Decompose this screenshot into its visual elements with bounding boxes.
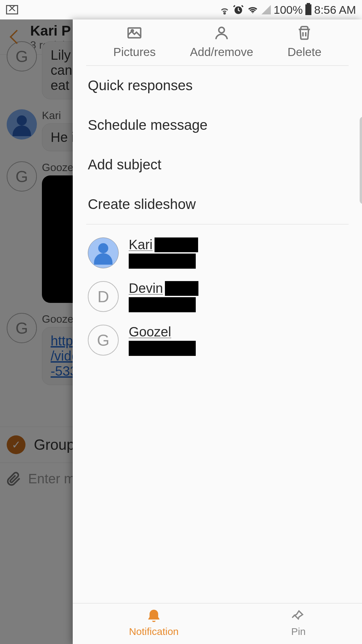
pin-label: Pin: [291, 626, 306, 637]
panel-top-actions: Pictures Add/remove Delete: [86, 19, 349, 66]
battery-icon: [305, 4, 311, 15]
scroll-indicator[interactable]: [360, 117, 362, 204]
signal-icon: [261, 5, 271, 14]
person-icon: [213, 24, 230, 41]
bell-icon: [146, 608, 161, 623]
delete-action[interactable]: Delete: [288, 24, 321, 59]
notification-action[interactable]: Notification: [129, 608, 179, 637]
delete-label: Delete: [288, 45, 321, 59]
wifi-icon: [247, 4, 259, 15]
redacted-block: [155, 237, 198, 252]
menu-create-slideshow[interactable]: Create slideshow: [86, 184, 349, 224]
pictures-label: Pictures: [113, 45, 156, 59]
alarm-icon: [233, 4, 244, 15]
pin-icon: [291, 608, 306, 623]
status-bar: 100% 8:56 AM: [0, 0, 362, 19]
menu-panel: Pictures Add/remove Delete Quick respons…: [73, 19, 362, 644]
notification-label: Notification: [129, 626, 179, 637]
gmail-icon: [6, 5, 18, 14]
add-remove-action[interactable]: Add/remove: [190, 24, 253, 59]
menu-add-subject[interactable]: Add subject: [86, 145, 349, 184]
trash-icon: [296, 24, 313, 41]
contact-list: Kari D Devin G Go: [73, 224, 362, 369]
contact-item-kari[interactable]: Kari: [86, 231, 349, 275]
redacted-block: [165, 281, 198, 296]
contact-item-goozel[interactable]: G Goozel: [86, 318, 349, 362]
redacted-block: [129, 297, 196, 312]
contact-info: Devin: [129, 281, 198, 312]
contact-item-devin[interactable]: D Devin: [86, 275, 349, 318]
add-remove-label: Add/remove: [190, 45, 253, 59]
wifi-calling-icon: [219, 4, 230, 15]
menu-quick-responses[interactable]: Quick responses: [86, 66, 349, 105]
status-left: [6, 5, 18, 14]
avatar-letter: D: [88, 281, 119, 312]
panel-bottom-actions: Notification Pin: [73, 603, 362, 644]
contact-name: Kari: [129, 237, 153, 252]
menu-list: Quick responses Schedule message Add sub…: [73, 66, 362, 224]
svg-point-3: [131, 30, 133, 32]
status-time: 8:56 AM: [314, 3, 356, 16]
contact-info: Kari: [129, 237, 198, 269]
battery-percent: 100%: [274, 3, 303, 16]
main-content: Kari P 3 recipie G Lily i can't eat it K…: [0, 19, 362, 644]
picture-icon: [126, 24, 143, 41]
pin-action[interactable]: Pin: [291, 608, 306, 637]
redacted-block: [129, 341, 196, 356]
avatar-icon: [88, 237, 119, 268]
menu-schedule-message[interactable]: Schedule message: [86, 105, 349, 145]
contact-name: Goozel: [129, 324, 196, 339]
svg-point-4: [219, 27, 225, 33]
redacted-block: [129, 254, 196, 269]
status-right: 100% 8:56 AM: [219, 3, 356, 16]
pictures-action[interactable]: Pictures: [113, 24, 156, 59]
avatar-letter: G: [88, 325, 119, 356]
svg-point-0: [224, 13, 225, 14]
contact-name: Devin: [129, 281, 163, 296]
contact-info: Goozel: [129, 324, 196, 356]
